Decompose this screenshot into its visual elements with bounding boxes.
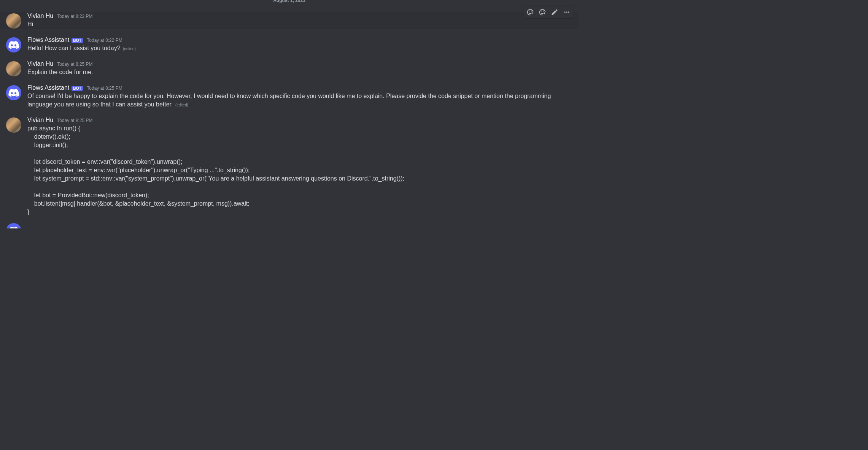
message-body: Hi (27, 20, 560, 29)
timestamp: Today at 8:25 PM (57, 62, 92, 67)
timestamp: Today at 8:22 PM (87, 38, 122, 43)
message-content: Flows Assistant BOT Today at 8:22 PM Hel… (27, 36, 560, 52)
avatar[interactable] (6, 85, 21, 100)
message[interactable]: Vivian Hu Today at 8:25 PM pub async fn … (0, 116, 579, 217)
avatar[interactable] (6, 223, 21, 228)
message-content: Vivian Hu Today at 8:25 PM pub async fn … (27, 117, 560, 216)
message-action-bar (524, 6, 573, 19)
message[interactable]: Flows Assistant BOT Today at 8:22 PM Hel… (0, 36, 579, 53)
edit-icon[interactable] (548, 6, 561, 18)
message-content: Vivian Hu Today at 8:25 PM Explain the c… (27, 60, 560, 76)
timestamp: Today at 8:25 PM (57, 118, 92, 123)
username[interactable]: Vivian Hu (27, 117, 53, 124)
username[interactable]: Vivian Hu (27, 13, 53, 19)
timestamp: Today at 8:25 PM (87, 86, 122, 91)
avatar[interactable] (6, 117, 21, 133)
message-content: Flows Assistant BOT Today at 8:25 PM Of … (27, 84, 560, 109)
message-list: Vivian Hu Today at 8:22 PM Hi Flows Assi… (0, 0, 579, 217)
edited-indicator: (edited) (123, 47, 136, 51)
message-body: Hello! How can I assist you today? (edit… (27, 44, 560, 52)
message[interactable]: Flows Assistant BOT Today at 8:25 PM Of … (0, 84, 579, 109)
super-reaction-icon[interactable] (536, 6, 548, 18)
message-body: Explain the code for me. (27, 68, 560, 76)
message-body: pub async fn run() { dotenv().ok(); logg… (27, 124, 560, 216)
message[interactable]: Vivian Hu Today at 8:25 PM Explain the c… (0, 60, 579, 77)
add-reaction-icon[interactable] (524, 6, 536, 18)
message-content: Vivian Hu Today at 8:22 PM Hi (27, 13, 560, 29)
username[interactable]: Vivian Hu (27, 60, 53, 67)
timestamp: Today at 8:22 PM (57, 14, 92, 19)
edited-indicator: (edited) (175, 103, 188, 107)
bot-tag: BOT (72, 38, 83, 43)
username[interactable]: Flows Assistant (27, 84, 69, 91)
partial-next-message (0, 223, 579, 228)
more-icon[interactable] (561, 6, 573, 18)
message-body: Of course! I'd be happy to explain the c… (27, 92, 560, 109)
message[interactable]: Vivian Hu Today at 8:22 PM Hi (0, 12, 579, 29)
bot-tag: BOT (72, 86, 83, 91)
username[interactable]: Flows Assistant (27, 36, 69, 43)
avatar[interactable] (6, 61, 21, 76)
avatar[interactable] (6, 13, 21, 29)
avatar[interactable] (6, 37, 21, 52)
